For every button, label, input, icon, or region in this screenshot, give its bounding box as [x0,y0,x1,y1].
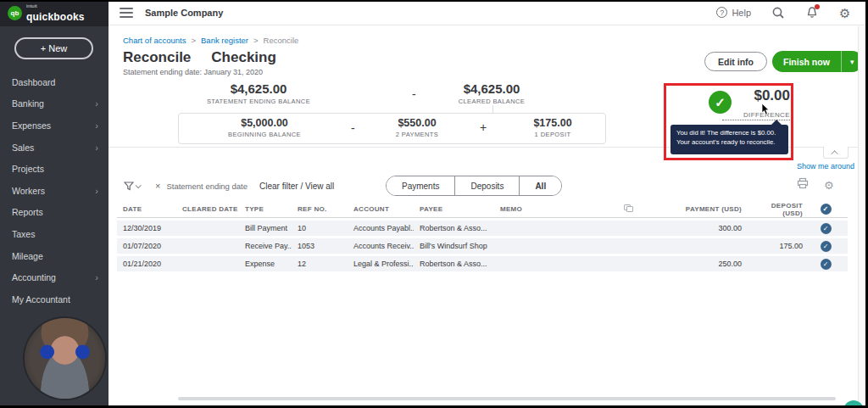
sidebar-item-label: Expenses [12,120,51,131]
chevron-up-icon [831,150,837,157]
search-icon[interactable] [771,6,785,20]
quickbooks-logo[interactable]: qb intuit quickbooks [0,0,108,26]
cell-payment: 250.00 [648,260,743,268]
finish-now-split-button[interactable]: Finish now ▾ [772,51,863,72]
table-header-row: DATECLEARED DATETYPEREF NO.ACCOUNTPAYEEM… [117,201,848,218]
annotation-highlight-box [664,83,793,160]
beginning-balance-label: BEGINNING BALANCE [201,131,328,138]
column-header-ref-no[interactable]: REF NO. [292,205,348,213]
new-button[interactable]: + New [14,37,93,59]
settings-gear-icon[interactable]: ⚙ [839,6,853,20]
notification-badge [815,4,820,9]
sidebar-item-sales[interactable]: Sales› [0,137,108,159]
sidebar-item-label: Accounting [12,272,56,282]
top-bar: Sample Company ? Help ⚙ [108,0,868,25]
breadcrumb-bank-register[interactable]: Bank register [201,36,248,45]
chevron-right-icon: › [95,143,98,153]
help-button[interactable]: ? Help [716,7,751,18]
sidebar-item-my-accountant[interactable]: My Accountant [0,288,108,310]
reconciled-check-icon[interactable]: ✓ [821,223,832,234]
column-header-payee[interactable]: PAYEE [414,205,494,213]
table-settings-gear-icon[interactable]: ⚙ [824,177,836,189]
webcam-overlay [25,318,105,399]
cell-reconciled: ✓ [804,223,847,234]
column-header-copy [613,204,648,214]
sidebar-item-dashboard[interactable]: Dashboard [0,71,108,93]
payments-label: 2 PAYMENTS [366,131,468,138]
chevron-right-icon: › [95,272,98,282]
sidebar-item-label: Dashboard [12,77,55,87]
cell-account: Legal & Professi... [348,260,414,268]
horizontal-scrollbar[interactable] [178,397,836,400]
reconciled-check-icon[interactable]: ✓ [821,259,832,270]
table-row[interactable]: 12/30/2019Bill Payment10Accounts Payabl.… [117,221,848,236]
finish-now-button[interactable]: Finish now [772,51,841,72]
payments-amount: $550.00 [366,117,468,129]
cleared-balance-amount: $4,625.00 [428,81,555,96]
minus-operator: - [351,121,355,135]
column-header-deposit-usd[interactable]: DEPOSIT (USD) [743,202,804,217]
column-header-type[interactable]: TYPE [239,205,292,213]
tab-all[interactable]: All [520,176,561,195]
brand-name: quickbooks [26,11,85,23]
column-header-payment-usd[interactable]: PAYMENT (USD) [648,205,743,213]
sidebar-item-label: Mileage [12,251,43,261]
sidebar-item-mileage[interactable]: Mileage [0,245,108,267]
cell-payee: Bill's Windsurf Shop [414,242,494,250]
remove-filter-icon[interactable]: × [155,181,160,191]
sidebar-item-accounting[interactable]: Accounting› [0,266,108,288]
edit-info-button[interactable]: Edit info [704,52,767,71]
column-header-memo[interactable]: MEMO [494,205,613,213]
sidebar-item-reports[interactable]: Reports [0,202,108,224]
chevron-right-icon: › [95,98,98,109]
cell-payee: Robertson & Asso... [414,224,494,232]
breadcrumb-chart-of-accounts[interactable]: Chart of accounts [123,36,186,45]
sidebar-item-banking[interactable]: Banking› [0,93,108,115]
sidebar-item-taxes[interactable]: Taxes [0,223,108,245]
breadcrumb-reconcile: Reconcile [264,36,299,45]
sidebar-item-label: Reports [12,207,43,217]
vertical-scrollbar[interactable] [858,26,865,405]
filter-funnel-icon[interactable] [124,182,140,191]
column-header-date[interactable]: DATE [117,205,176,213]
reconciled-check-icon[interactable]: ✓ [821,241,832,252]
cell-type: Bill Payment [239,224,292,232]
table-row[interactable]: 01/07/2020Receive Pay...1053Accounts Rec… [117,238,848,254]
filter-caret-icon [136,182,142,188]
help-label: Help [732,8,751,18]
sidebar-item-label: Workers [12,186,45,196]
column-header-account[interactable]: ACCOUNT [348,205,414,213]
statement-ending-balance-amount: $4,625.00 [195,81,322,96]
cell-payment: 300.00 [648,224,743,232]
help-icon: ? [716,7,727,18]
print-icon[interactable] [797,177,809,189]
collapse-summary-button[interactable] [823,147,849,159]
sidebar-item-label: My Accountant [12,294,70,305]
cell-ref-no: 1053 [292,242,348,250]
tab-payments[interactable]: Payments [387,176,455,195]
cell-type: Receive Pay... [239,242,292,250]
app-window: qb intuit quickbooks + New DashboardBank… [0,0,868,408]
column-header-cleared-date[interactable]: CLEARED DATE [176,205,239,213]
cell-reconciled: ✓ [804,241,847,252]
table-row[interactable]: 01/21/2020Expense12Legal & Professi...Ro… [117,256,848,271]
clear-filter-link[interactable]: Clear filter / View all [259,182,334,191]
deposit-label: 1 DEPOSIT [502,131,604,138]
sidebar-item-workers[interactable]: Workers› [0,180,108,202]
cell-reconciled: ✓ [804,259,847,270]
sidebar-item-label: Banking [12,98,44,109]
copy-icon[interactable] [624,204,633,212]
sidebar-item-label: Taxes [12,229,35,239]
sidebar-item-expenses[interactable]: Expenses› [0,115,108,137]
select-all-check-icon[interactable]: ✓ [821,204,832,215]
tab-deposits[interactable]: Deposits [455,176,520,195]
sidebar-item-label: Projects [12,164,44,174]
cleared-balance-label: CLEARED BALANCE [428,98,555,105]
brand-prefix: intuit [26,3,85,8]
sidebar-item-projects[interactable]: Projects [0,158,108,180]
notifications-bell-icon[interactable] [805,6,819,20]
cell-account: Accounts Receiv... [348,242,414,250]
hamburger-menu-icon[interactable] [120,8,133,18]
account-name: Checking [211,49,276,66]
show-me-around-link[interactable]: Show me around [797,162,854,170]
